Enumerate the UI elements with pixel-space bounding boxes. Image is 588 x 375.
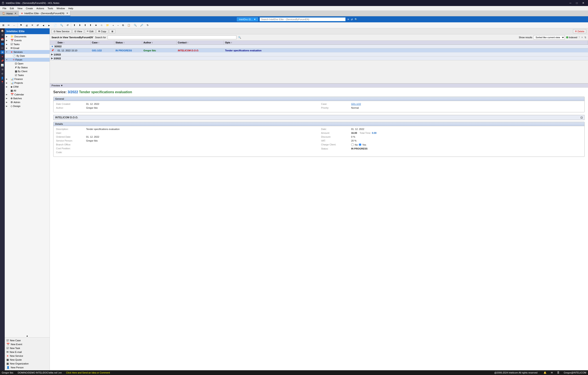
tb-search-btn[interactable]: 🔍 [59,23,65,27]
col-header-contact[interactable]: Contact ↑ [177,41,224,44]
action-new-service[interactable]: ★ New Service [5,354,50,358]
action-new-case[interactable]: ☑ New Case [5,338,50,342]
sidebar-item-forum[interactable]: ▼ ✳ Forum [5,58,50,62]
sidebar-item-open[interactable]: ⊡ Open [5,62,50,65]
status-db-icon[interactable]: 🗄 [557,371,559,374]
search-for-input[interactable] [108,35,236,39]
menu-tools[interactable]: Tools [46,7,55,10]
lib-apps-icon[interactable]: ⊞ [0,50,4,54]
sidebar-item-tasks[interactable]: ▶ ☑ Tasks [5,42,50,46]
lib-calendar-icon[interactable]: 📅 [0,37,4,41]
sidebar-item-events[interactable]: ▶ 📅 Events [5,38,50,42]
action-new-task[interactable]: ☑ New Task [5,346,50,350]
sidebar-item-by-date[interactable]: 🕐 By Date [5,54,50,58]
tb-refresh-btn[interactable]: ↺ [65,23,70,27]
tb-up-btn[interactable]: ⬆ [72,23,77,27]
menu-help[interactable]: Help [67,7,75,10]
lib-contacts-icon[interactable]: 👥 [0,42,4,46]
tb-down-btn[interactable]: ⬇ [77,23,82,27]
search-options-icon[interactable]: ⇄ [351,18,353,21]
lib-tasks-icon[interactable]: ☑ [0,46,4,50]
tb-zoomout-btn[interactable]: 🔎 [139,23,145,27]
tb-mark-btn[interactable]: ⬆ [88,23,93,27]
tb-folder-btn[interactable]: 📁 [105,23,111,27]
lib-settings-icon[interactable]: ⚙ [0,72,4,76]
sidebar-item-crm[interactable]: ▶ ◈ CRM [5,85,50,89]
tb-copy2-btn[interactable]: ⧉ [121,23,126,27]
sidebar-item-design[interactable]: ▶ ◇ Design [5,104,50,108]
group-row-1-2022[interactable]: ▶ 1/2022 [50,53,588,56]
tb-close2-btn[interactable]: ✕ [30,23,35,27]
lib-person-icon[interactable]: 👤 [0,76,4,80]
tb-arrows-btn[interactable]: ⇄ [35,23,40,27]
col-header-case[interactable]: Case ↑ [91,41,114,44]
sidebar-item-email[interactable]: ▶ ✉ Email [5,46,50,50]
tab-intelidoc-close[interactable]: ✕ [66,12,68,14]
new-service-button[interactable]: ◎ New Service [52,29,72,33]
group-row-2-2022[interactable]: ▶ 2/2022 [50,56,588,60]
tb-flag-btn[interactable]: ⚑ [19,23,24,27]
search-clear-icon[interactable]: ✕ [347,18,349,21]
tb-star-btn[interactable]: ★ [94,23,99,27]
tb-edit-btn[interactable]: ✏ [6,23,11,27]
sidebar-item-documents[interactable]: ▶ 📁 Documents [5,35,50,38]
list-item-1[interactable]: 📌 → 01. 12. 2022 15:10 G01-1/22 IN PROGR… [50,48,588,53]
tb-minus-btn[interactable]: − [116,23,120,27]
lib-chart-icon[interactable]: 📊 [0,63,4,67]
sidebar-item-calendar[interactable]: ▶ 📅 Calendar [5,93,50,96]
tb-left-btn[interactable]: ◄ [41,23,46,27]
menu-actions[interactable]: Actions [35,7,46,10]
edit-button[interactable]: ✏ Edit [85,29,95,33]
status-mail-icon[interactable]: ✉ [551,371,553,374]
tb-reload-btn[interactable]: ↻ [145,23,150,27]
search-filter-icon[interactable]: ⇅ [584,36,586,39]
group-row-3-2022[interactable]: ▼ 3/2022 [50,45,588,48]
top-search-input[interactable] [260,17,346,21]
action-new-person[interactable]: 👤 New Person [5,365,50,369]
tab-intelidoc[interactable]: ★ InteliDoc Elite - (ServicesByForumEN) … [19,11,70,16]
tb-unstar-btn[interactable]: ☆ [99,23,104,27]
tb-right-btn[interactable]: ► [46,23,52,27]
sidebar-item-finance[interactable]: ▶ 📊 Finance [5,77,50,81]
sidebar-item-by-status[interactable]: ✗ By Status [5,65,50,69]
menu-window[interactable]: Window [55,7,67,10]
company-expand-icon[interactable]: ◻ [580,116,583,119]
tab-home-close[interactable]: ✕ [15,12,16,15]
action-new-email[interactable]: ✉ New E-mail [5,350,50,354]
app-selector-dropdown[interactable]: InteliDoc El... ▼ [237,17,258,21]
charge-yes-radio[interactable] [359,143,361,146]
sidebar-item-services[interactable]: ▼ ★ Services [5,50,50,54]
menu-edit[interactable]: Edit [8,7,16,10]
case-value[interactable]: G01-1/22 [351,103,361,105]
lib-pin-icon[interactable]: 📌 [0,59,4,63]
menu-view[interactable]: View [16,7,24,10]
sidebar-collapse-btn[interactable]: ▲ [5,334,50,337]
col-header-opis[interactable]: Opis ↑ [224,41,588,44]
copy-button[interactable]: ⊕ Copy [96,29,108,33]
lib-home-icon[interactable]: 🏠 [0,29,4,33]
col-header-author[interactable]: Author ↑ [142,41,177,44]
action-new-quote[interactable]: ▦ New Quote [5,358,50,362]
help-icon[interactable]: ? [578,36,580,39]
sidebar-item-projects[interactable]: ▶ 📊 Projects [5,81,50,85]
status-click-link[interactable]: Click Here and Send an Idea or Comment [66,371,110,374]
tb-more-btn[interactable]: ··· [11,23,17,27]
delete-button[interactable]: ⊖ Delete [573,29,586,33]
sidebar-item-by-client[interactable]: ▦ By Client [5,69,50,73]
results-dropdown[interactable]: Sorted like current view [534,35,565,40]
menu-file[interactable]: File [1,7,8,10]
minimize-button[interactable]: ─ [567,1,573,5]
sidebar-item-tasks-sub[interactable]: ☑ Tasks [5,73,50,77]
tb-send-btn[interactable]: ⬆ [83,23,88,27]
view-button[interactable]: ◎ View [72,29,84,33]
tb-zoom-btn[interactable]: 🔍 [132,23,138,27]
col-header-date[interactable]: Date ↑ [56,41,91,44]
tb-paste-btn[interactable]: 📋 [126,23,132,27]
tb-doc-btn[interactable]: 📄 [52,23,58,27]
lib-star-icon[interactable]: ★ [0,54,4,58]
tb-grid-btn[interactable]: ⊞ [1,23,6,27]
tab-home[interactable]: 🏠 Home ✕ [0,11,19,16]
col-header-check[interactable] [50,41,56,44]
search-close-icon[interactable]: ✕ [581,36,583,39]
action-new-event[interactable]: 📅 New Event [5,342,50,346]
